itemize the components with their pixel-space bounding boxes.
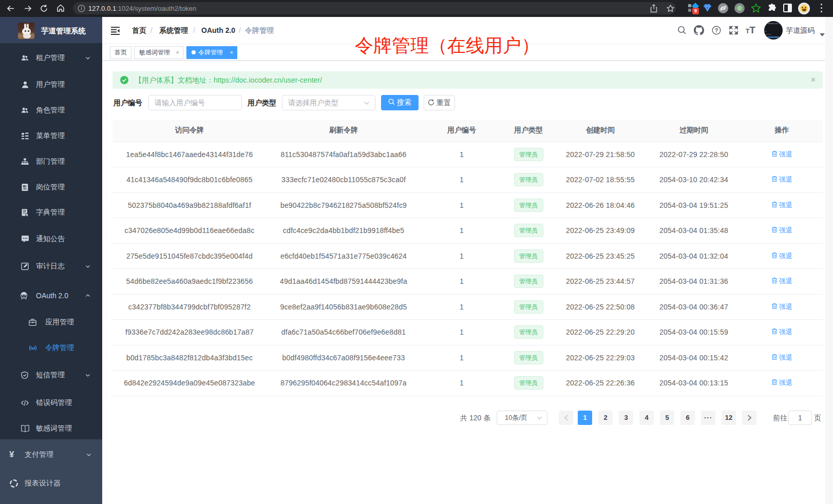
svg-text:a: a xyxy=(32,346,34,351)
svg-text:?: ? xyxy=(715,27,718,33)
